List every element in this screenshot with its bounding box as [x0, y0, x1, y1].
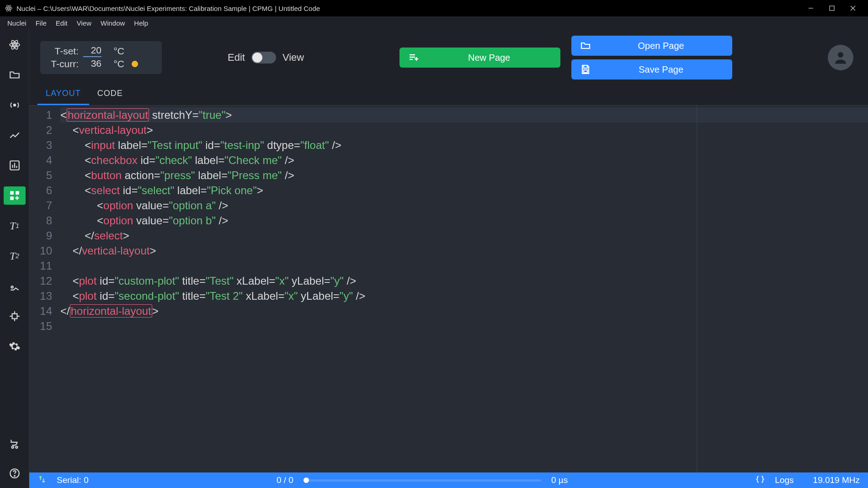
t-curr-value: 36 [83, 58, 101, 69]
nav-line-chart-icon[interactable] [4, 126, 26, 144]
edit-view-switch[interactable] [251, 52, 276, 64]
nav-signal-icon[interactable] [4, 96, 26, 114]
status-progress-bar[interactable] [304, 479, 541, 482]
svg-rect-17 [10, 191, 14, 195]
playlist-add-icon [408, 52, 420, 63]
braces-icon [756, 475, 765, 486]
menu-edit[interactable]: Edit [51, 16, 72, 29]
titlebar: Nuclei – C:\Users\WAR\Documents\Nuclei E… [0, 0, 868, 16]
svg-rect-5 [830, 6, 834, 11]
nav-bar-chart-icon[interactable] [4, 156, 26, 175]
save-page-button[interactable]: Save Page [571, 59, 732, 80]
folder-open-icon [580, 40, 591, 51]
t-set-unit: °C [106, 46, 124, 57]
svg-point-1 [5, 7, 12, 10]
status-freq: 19.019 MHz [813, 475, 860, 485]
t-set-value[interactable]: 20 [83, 45, 101, 57]
new-page-label: New Page [426, 53, 552, 63]
nav-help-icon[interactable] [4, 464, 26, 483]
toggle-label-view: View [282, 52, 304, 64]
tab-code[interactable]: CODE [89, 84, 131, 105]
status-progress-frac: 0 / 0 [277, 475, 293, 485]
editor-gutter: 123456789101112131415 [29, 106, 57, 472]
toolstrip: T-set: 20 °C T-curr: 36 °C Edit View [29, 29, 868, 84]
status-bar: Serial: 0 0 / 0 0 µs Logs 19.019 MHz [29, 472, 868, 488]
svg-rect-19 [10, 196, 14, 200]
svg-point-25 [14, 476, 15, 477]
t-curr-unit: °C [106, 58, 124, 69]
svg-point-12 [13, 104, 15, 106]
editor-code[interactable]: <horizontal-layout stretchY="true"> <ver… [57, 106, 868, 472]
save-icon [580, 64, 591, 75]
menu-help[interactable]: Help [129, 16, 153, 29]
open-page-label: Open Page [598, 41, 724, 51]
nav-excavate-icon[interactable] [4, 277, 26, 295]
window-close-button[interactable] [842, 0, 863, 16]
t-curr-label: T-curr: [47, 58, 79, 69]
svg-rect-21 [12, 314, 17, 319]
svg-rect-18 [16, 191, 19, 195]
menu-nuclei[interactable]: Nuclei [3, 16, 31, 29]
open-page-button[interactable]: Open Page [571, 36, 732, 56]
new-page-button[interactable]: New Page [399, 48, 560, 68]
svg-point-22 [11, 446, 13, 448]
transfer-icon [37, 475, 47, 486]
window-maximize-button[interactable] [821, 0, 842, 16]
status-serial: Serial: 0 [57, 475, 89, 485]
app-icon [5, 4, 13, 12]
svg-point-33 [838, 52, 843, 58]
code-tabs: LAYOUT CODE [29, 84, 868, 105]
svg-point-20 [11, 286, 13, 288]
svg-point-8 [13, 44, 15, 46]
svg-point-0 [8, 8, 10, 9]
svg-rect-31 [584, 65, 587, 68]
user-avatar[interactable] [828, 45, 853, 70]
t-set-label: T-set: [47, 46, 79, 57]
temperature-panel: T-set: 20 °C T-curr: 36 °C [40, 41, 162, 74]
window-title: Nuclei – C:\Users\WAR\Documents\Nuclei E… [16, 5, 800, 12]
window-minimize-button[interactable] [800, 0, 821, 16]
code-editor[interactable]: 123456789101112131415 <horizontal-layout… [29, 105, 868, 472]
temp-status-dot [132, 61, 138, 67]
svg-point-23 [16, 446, 17, 448]
status-time: 0 µs [551, 475, 568, 485]
menu-view[interactable]: View [72, 16, 96, 29]
nav-atom-icon[interactable] [4, 36, 26, 54]
nav-gear-icon[interactable] [4, 337, 26, 355]
svg-rect-32 [584, 70, 587, 73]
menu-file[interactable]: File [31, 16, 51, 29]
nav-chip-icon[interactable] [4, 307, 26, 325]
nav-t1-icon[interactable]: T1 [4, 217, 26, 235]
nav-widgets-add-icon[interactable] [4, 186, 26, 205]
nav-stroller-icon[interactable] [4, 434, 26, 452]
edit-view-toggle: Edit View [228, 52, 304, 64]
menubar: Nuclei File Edit View Window Help [0, 16, 868, 29]
save-page-label: Save Page [598, 64, 724, 75]
tab-layout[interactable]: LAYOUT [37, 84, 89, 105]
side-nav: T1 T2 [0, 29, 29, 488]
status-logs[interactable]: Logs [775, 475, 793, 485]
editor-ruler [697, 106, 697, 472]
toggle-label-edit: Edit [228, 52, 245, 64]
nav-folder-icon[interactable] [4, 66, 26, 84]
nav-t2-icon[interactable]: T2 [4, 247, 26, 265]
menu-window[interactable]: Window [96, 16, 129, 29]
